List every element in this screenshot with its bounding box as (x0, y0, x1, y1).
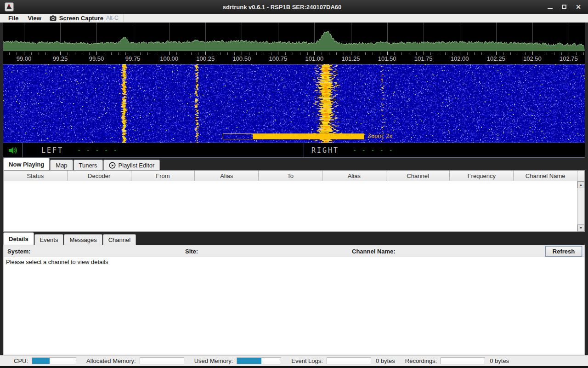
close-icon: ✕ (576, 4, 581, 10)
tab-label: Events (40, 236, 58, 243)
frequency-tick-label: 102.00 (446, 55, 474, 62)
window-title: sdrtrunk v0.6.1 - RSP1B SER:240107DA60 (17, 4, 547, 11)
audio-right-label: RIGHT (311, 146, 339, 155)
column-header-channel[interactable]: Channel (386, 171, 450, 181)
details-content: Please select a channel to view details (3, 257, 585, 355)
refresh-button[interactable]: Refresh (545, 246, 582, 257)
audio-channel-right[interactable]: RIGHT - - - - - (304, 143, 585, 157)
column-header-decoder[interactable]: Decoder (68, 171, 131, 181)
audio-channel-left[interactable]: LEFT - - - - - (23, 143, 304, 157)
progress-bar (32, 357, 76, 364)
main-tab-bar: Now PlayingMapTunersPlaylist Editor (0, 158, 588, 170)
table-body[interactable] (4, 181, 577, 231)
scroll-track[interactable] (577, 188, 584, 224)
column-header-to[interactable]: To (259, 171, 322, 181)
frequency-tick-label: 101.50 (373, 55, 401, 62)
status-value: 0 bytes (376, 357, 395, 364)
audio-left-value: - - - - - (77, 147, 118, 154)
tab-channel[interactable]: Channel (103, 234, 136, 245)
column-header-from[interactable]: From (131, 171, 195, 181)
status-used-memory: Used Memory: (194, 357, 282, 364)
audio-right-value: - - - - - (353, 147, 393, 154)
status-label: Allocated Memory: (86, 357, 136, 364)
system-label: System: (7, 248, 31, 255)
scroll-down-button[interactable]: ▼ (577, 224, 584, 231)
progress-bar (140, 357, 184, 364)
progress-fill (237, 358, 261, 364)
tab-playlist-editor[interactable]: Playlist Editor (103, 160, 160, 170)
play-circle-icon (109, 162, 116, 169)
tab-label: Map (56, 162, 67, 169)
column-header-alias-5[interactable]: Alias (322, 171, 386, 181)
waterfall-zoom-fill (253, 134, 364, 139)
menu-view[interactable]: View (23, 14, 45, 22)
window-bottom-edge (0, 366, 588, 368)
close-button[interactable]: ✕ (575, 3, 582, 11)
waterfall-canvas[interactable] (3, 64, 585, 143)
tab-messages[interactable]: Messages (64, 234, 102, 245)
frequency-tick-label: 99.50 (83, 55, 110, 62)
column-header-channel-name[interactable]: Channel Name (514, 171, 577, 181)
status-event-logs: Event Logs:0 bytes (291, 357, 395, 364)
menu-screen-capture[interactable]: Screen Capture Alt-C (46, 14, 124, 22)
minimize-button[interactable] (547, 3, 553, 11)
frequency-tick-label: 100.75 (264, 55, 292, 62)
menu-screen-capture-shortcut: Alt-C (106, 15, 119, 21)
status-label: Recordings: (405, 357, 437, 364)
tab-tuners[interactable]: Tuners (74, 160, 103, 170)
frequency-tick-label: 101.25 (337, 55, 365, 62)
table-scrollbar[interactable]: ▲ ▼ (577, 171, 584, 231)
waterfall-display[interactable]: Zoom: 2x (3, 64, 585, 143)
scroll-down-icon: ▼ (579, 226, 582, 230)
maximize-icon (562, 5, 566, 9)
tab-label: Now Playing (9, 161, 44, 168)
window-controls: ✕ (547, 3, 583, 11)
channel-name-label: Channel Name: (352, 248, 396, 255)
tab-label: Messages (69, 236, 96, 243)
audio-panel: LEFT - - - - - RIGHT - - - - - (3, 143, 585, 158)
waterfall-zoom-label: Zoom: 2x (368, 132, 392, 139)
site-label: Site: (185, 248, 198, 255)
column-header-status[interactable]: Status (4, 171, 68, 181)
spectrum-display[interactable]: 99.0099.2599.5099.75100.00100.25100.5010… (3, 23, 585, 64)
tab-now-playing[interactable]: Now Playing (3, 158, 50, 170)
app-icon (5, 2, 14, 12)
audio-mute-button[interactable] (3, 143, 23, 157)
status-value: 0 bytes (490, 357, 509, 364)
waterfall-zoom-indicator[interactable] (223, 133, 364, 139)
tab-details[interactable]: Details (3, 232, 34, 245)
frequency-tick-label: 102.25 (482, 55, 510, 62)
tab-label: Tuners (79, 162, 97, 169)
frequency-tick-label: 102.75 (555, 55, 582, 62)
frequency-tick-label: 100.50 (228, 55, 255, 62)
maximize-button[interactable] (561, 3, 567, 11)
status-label: Event Logs: (291, 357, 323, 364)
now-playing-table: StatusDecoderFromAliasToAliasChannelFreq… (3, 170, 585, 232)
frequency-tick-label: 101.00 (300, 55, 328, 62)
tab-label: Playlist Editor (119, 162, 155, 169)
status-label: CPU: (14, 357, 28, 364)
scroll-up-icon: ▲ (579, 183, 582, 186)
status-label: Used Memory: (194, 357, 233, 364)
status-bar: CPU:Allocated Memory:Used Memory:Event L… (0, 355, 588, 366)
tab-map[interactable]: Map (50, 160, 73, 170)
scroll-up-button[interactable]: ▲ (577, 181, 584, 188)
tab-label: Details (9, 236, 28, 242)
menu-file[interactable]: File (4, 14, 23, 22)
column-header-frequency[interactable]: Frequency (450, 171, 514, 181)
progress-bar (327, 357, 371, 364)
column-header-alias-3[interactable]: Alias (195, 171, 259, 181)
frequency-tick-label: 99.75 (119, 55, 147, 62)
scrollbar-header-cell (577, 171, 584, 181)
frequency-tick-label: 100.00 (155, 55, 183, 62)
frequency-tick-label: 101.75 (410, 55, 437, 62)
spectrum-canvas[interactable] (3, 23, 585, 55)
speaker-icon (7, 146, 18, 155)
frequency-axis: 99.0099.2599.5099.75100.00100.25100.5010… (3, 55, 585, 64)
menu-screen-capture-label: Screen Capture (59, 15, 103, 22)
tab-label: Channel (108, 236, 130, 243)
frequency-tick-label: 102.50 (519, 55, 546, 62)
status-cpu: CPU: (14, 357, 76, 364)
tab-events[interactable]: Events (34, 234, 64, 245)
status-recordings: Recordings:0 bytes (405, 357, 509, 364)
